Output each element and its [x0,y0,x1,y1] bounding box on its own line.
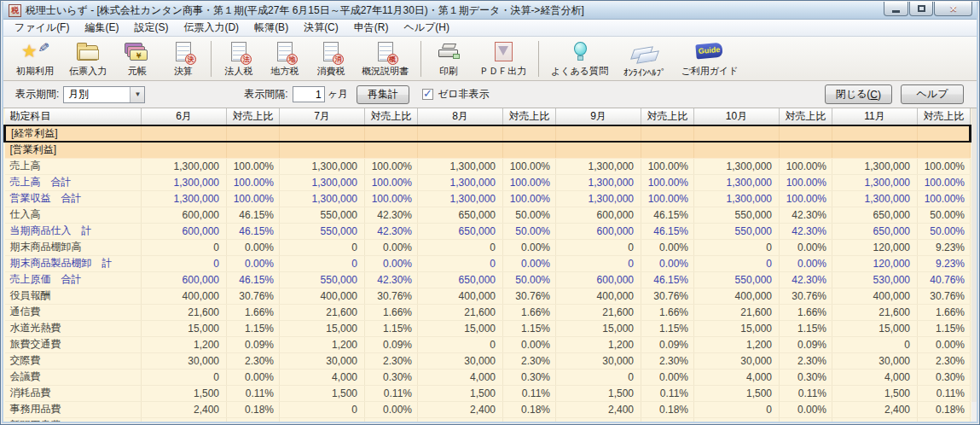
toolbar-button[interactable]: 消消費税 [308,38,354,80]
cell-value: 1,300,000 [418,174,503,190]
cell-percent: 0.30% [780,369,832,385]
cell-value: 0 [694,255,780,271]
toolbar-button[interactable]: 法法人税 [216,38,262,80]
table-row[interactable]: 通信費21,6001.66%21,6001.66%21,6001.66%21,6… [5,304,971,320]
table-row[interactable]: 旅費交通費1,2000.09%1,2000.09%00.00%1,2000.09… [5,336,971,352]
cell-percent: 100.00% [641,190,694,207]
display-interval-input[interactable] [293,86,325,102]
minimize-button[interactable] [884,2,908,16]
maximize-button[interactable] [909,2,933,16]
column-header: 10月 [694,108,780,125]
cell-value: 30,000 [556,352,641,369]
table-row[interactable]: 当期商品仕入 計600,00046.15%550,00042.30%650,00… [5,223,971,239]
menu-item[interactable]: 帳簿(B) [246,20,296,36]
column-header: 9月 [556,108,641,125]
table-row[interactable]: 会議費00.00%4,0000.30%4,0000.30%00.00%4,000… [5,369,971,385]
table-row[interactable]: 役員報酬400,00030.76%400,00030.76%400,00030.… [5,288,971,304]
cell-value: 550,000 [280,271,365,288]
table-row[interactable]: 交際費30,0002.30%30,0002.30%30,0002.30%30,0… [5,352,971,369]
chevron-down-icon[interactable]: ▼ [130,87,144,102]
recalculate-button[interactable]: 再集計 [357,85,409,104]
toolbar-button[interactable]: ￥元帳 [114,38,160,80]
table-row[interactable]: [経常利益] [5,125,971,142]
cell-percent: 0.00% [503,336,556,352]
table-row[interactable]: 期末商品製品棚卸 計00.00%00.00%00.00%00.00%00.00%… [5,255,971,271]
cell-value: 400,000 [832,288,918,304]
cell-percent: 2.30% [365,352,418,369]
cell-percent: 100.00% [780,174,832,190]
table-row[interactable]: 事務用品費2,4000.18%00.00%2,4000.18%2,4000.18… [5,401,971,417]
cell-account-name: 水道光熱費 [5,320,142,336]
help-button[interactable]: ヘルプ [901,84,964,104]
cell-percent: 0.06% [641,417,694,423]
cell-value: 0 [694,239,780,255]
close-button[interactable]: 閉じる(C) [825,84,892,104]
cell-percent: 42.30% [365,223,418,239]
cell-percent: 1.66% [365,304,418,320]
table-row[interactable]: 売上原価 合計600,00046.15%550,00042.30%650,000… [5,271,971,288]
menu-item[interactable]: ヘルプ(H) [396,20,457,36]
cell-value: 650,000 [832,223,918,239]
cell-value: 30,000 [832,352,918,369]
dialog-buttons: 閉じる(C) ヘルプ [821,84,968,104]
minimize-icon [892,10,900,13]
printer-icon [434,42,463,64]
cell-percent: 0.00% [503,239,556,255]
cell-value: 400,000 [142,288,227,304]
menu-item[interactable]: 設定(S) [126,20,176,36]
table-row[interactable]: 売上高 合計1,300,000100.00%1,300,000100.00%1,… [5,174,971,190]
table-row[interactable]: 期末商品棚卸高00.00%00.00%00.00%00.00%00.00%120… [5,239,971,255]
table-row[interactable]: 消耗品費1,5000.11%1,5000.11%1,5000.11%1,5000… [5,385,971,401]
cell-percent: 0.00% [641,255,694,271]
table-row[interactable]: 水道光熱費15,0001.15%15,0001.15%15,0001.15%15… [5,320,971,336]
table-row[interactable]: [営業利益] [5,142,971,158]
table-row[interactable]: 仕入高600,00046.15%550,00042.30%650,00050.0… [5,207,971,223]
cell-value: 1,300,000 [280,190,365,207]
cell-value: 0 [556,239,641,255]
toolbar-button[interactable]: ★✎初期利用 [9,38,61,80]
cell-percent: 50.00% [918,223,971,239]
cell-value: 600,000 [142,207,227,223]
cell-value: 1,200 [694,336,780,352]
menu-item[interactable]: 決算(C) [296,20,346,36]
display-period-select[interactable]: 月別 ▼ [63,86,145,103]
cell-account-name: 期末商品製品棚卸 計 [5,255,142,271]
toolbar-button[interactable]: 印刷 [426,38,472,80]
toolbar-button[interactable]: よくある質問 [543,38,616,80]
table-row[interactable]: 新聞図書費9000.06%9000.06%9000.06%9000.06%900… [5,417,971,423]
toolbar-button[interactable]: Guideご利用ガイド [674,38,746,80]
cell-value: 4,000 [832,369,918,385]
column-header: 8月 [418,108,503,125]
menu-item[interactable]: ファイル(F) [7,20,77,36]
cell-value: 21,600 [280,304,365,320]
menu-item[interactable]: 伝票入力(D) [176,20,246,36]
close-window-button[interactable]: ✕ [934,2,972,16]
toolbar-button[interactable]: 地地方税 [262,38,308,80]
cell-percent: 0.00% [780,255,832,271]
toolbar-button[interactable]: 決決算 [160,38,206,80]
cell-percent [227,125,280,142]
cell-percent: 100.00% [641,158,694,174]
table-row[interactable]: 営業収益 合計1,300,000100.00%1,300,000100.00%1… [5,190,971,207]
toolbar-button[interactable]: 概概況説明書 [354,38,416,80]
cell-value [418,125,503,142]
menu-item[interactable]: 編集(E) [77,20,126,36]
cell-percent: 30.76% [918,288,971,304]
slip-entry-folder-icon [73,42,102,64]
toolbar-button[interactable]: ＰＤＦ出力 [472,38,534,80]
cell-percent: 0.00% [780,239,832,255]
zero-hide-checkbox[interactable]: ✓ [422,89,433,100]
toolbar-button[interactable]: 伝票入力 [61,38,114,80]
toolbar-button-label: 概況説明書 [362,65,409,78]
cell-value [142,125,227,142]
cell-account-name: 売上高 [5,158,142,174]
cell-percent: 100.00% [918,190,971,207]
cell-percent: 100.00% [365,190,418,207]
cell-percent: 1.66% [918,304,971,320]
menu-item[interactable]: 申告(R) [346,20,397,36]
cell-percent: 42.30% [365,271,418,288]
cell-percent: 50.00% [503,207,556,223]
cell-value: 600,000 [556,271,641,288]
table-row[interactable]: 売上高1,300,000100.00%1,300,000100.00%1,300… [5,158,971,174]
toolbar-button[interactable]: ｵﾝﾗｲﾝﾍﾙﾌﾟ [616,38,674,80]
